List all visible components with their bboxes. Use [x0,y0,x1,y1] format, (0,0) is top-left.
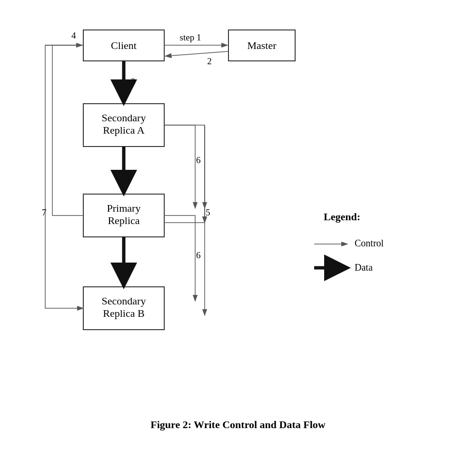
step4-label: 4 [71,30,76,40]
master-label: Master [247,39,277,51]
client-label: Client [111,39,137,51]
primary-label-line1: Primary [107,202,141,214]
step6-lower-lower-arrow [164,223,205,315]
step5-label: 5 [206,207,210,217]
secondary-b-label-line2: Replica B [103,307,144,319]
primary-label-line2: Replica [108,215,139,226]
step1-label: step 1 [180,32,201,42]
step6-lower-label: 6 [196,250,201,260]
step6-upper-right-arrow [164,125,195,208]
secondary-a-label-line2: Replica A [103,124,144,136]
step4-arrow [45,45,83,308]
diagram-svg: Client Master Secondary Replica A Primar… [0,0,476,450]
step2-label: 2 [207,56,212,66]
step2-arrow [165,51,228,56]
step5-right-arrow [164,125,205,223]
step7-left-rail [52,45,83,215]
step3-label: 3 [131,77,136,87]
secondary-b-label-line1: Secondary [102,295,146,307]
secondary-a-label-line1: Secondary [102,112,146,124]
legend-control-label: Control [355,238,384,248]
diagram-container: Client Master Secondary Replica A Primar… [0,0,476,450]
legend-title: Legend: [324,211,360,223]
step6-upper-label: 6 [196,155,201,165]
step7-label: 7 [42,207,47,217]
figure-caption: Figure 2: Write Control and Data Flow [0,419,476,431]
step6-lower-upper-arrow [164,215,195,301]
legend-data-label: Data [355,262,373,273]
